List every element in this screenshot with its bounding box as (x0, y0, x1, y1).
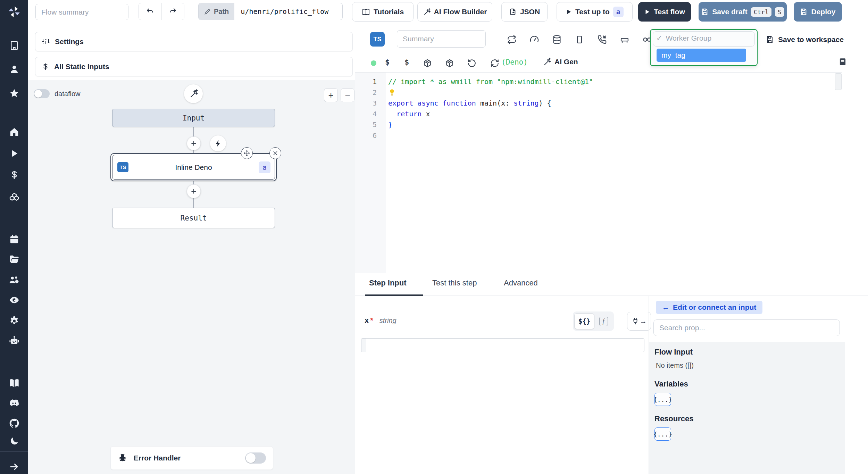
ai-gen-button[interactable]: AI Gen (543, 58, 578, 66)
ai-gen-label: AI Gen (554, 58, 578, 66)
delete-step-button[interactable] (269, 147, 281, 159)
worker-group-option-header[interactable]: ✓ Worker Group (656, 34, 711, 42)
save-to-workspace-button[interactable]: Save to workspace (766, 35, 844, 44)
all-static-inputs-card[interactable]: All Static Inputs (35, 57, 353, 76)
test-flow-label: Test flow (654, 8, 685, 16)
expand-sidebar-arrow-icon[interactable] (8, 461, 20, 473)
expression-mode-button[interactable]: f (596, 313, 611, 329)
error-handler-toggle[interactable] (245, 452, 266, 464)
edit-or-connect-pill[interactable]: ← Edit or connect an input (656, 301, 762, 314)
zoom-in-button[interactable]: + (324, 88, 338, 102)
folders-icon[interactable] (8, 253, 20, 265)
lightbulb-icon[interactable] (388, 89, 396, 96)
code-line[interactable]: 4 return x (355, 108, 834, 119)
undo-button[interactable] (139, 3, 162, 20)
library-book-icon[interactable] (837, 56, 848, 67)
package-box-icon[interactable] (444, 58, 455, 69)
code-line[interactable]: 2 (355, 87, 834, 98)
worker-group-option-selected[interactable]: my_tag (657, 49, 746, 62)
windmill-logo-icon[interactable] (7, 4, 22, 19)
dark-mode-moon-icon[interactable] (8, 435, 20, 447)
user-icon[interactable] (8, 63, 20, 75)
star-icon[interactable] (8, 88, 20, 99)
code-line[interactable]: 5} (355, 119, 834, 130)
graph-wand-button[interactable] (184, 84, 203, 103)
mock-square-icon[interactable] (574, 34, 585, 45)
reload-refresh-icon[interactable] (489, 58, 500, 69)
deploy-button[interactable]: Deploy (794, 2, 842, 22)
code-line[interactable]: 1// import * as wmill from "npm:windmill… (355, 76, 834, 87)
tab-test-this-step[interactable]: Test this step (432, 278, 477, 288)
runs-play-icon[interactable] (8, 148, 20, 159)
dataflow-toggle[interactable] (34, 89, 50, 98)
github-icon[interactable] (8, 417, 20, 429)
arg-required-mark: * (370, 316, 373, 325)
connect-input-button[interactable]: → (627, 312, 651, 331)
settings-gear-icon[interactable] (8, 314, 20, 326)
home-icon[interactable] (8, 126, 20, 138)
package-box-icon[interactable] (422, 58, 433, 69)
variables-braces-button[interactable]: {...} (654, 393, 671, 406)
flow-summary-input[interactable] (35, 4, 128, 20)
move-step-button[interactable] (241, 147, 253, 159)
code-editor[interactable]: 1// import * as wmill from "npm:windmill… (355, 72, 834, 273)
early-stop-phone-icon[interactable] (596, 34, 608, 45)
test-up-to-button[interactable]: Test up to a (557, 2, 633, 22)
templated-string-mode-button[interactable]: ${} (574, 313, 594, 329)
variables-dollar-icon[interactable] (8, 169, 20, 181)
reset-rotate-ccw-icon[interactable] (466, 58, 477, 69)
play-icon (566, 9, 572, 15)
deploy-label: Deploy (811, 8, 835, 16)
flow-node-result[interactable]: Result (112, 208, 275, 228)
flow-node-inline-deno[interactable]: TS Inline Deno a (110, 153, 277, 181)
arrow-left-icon: ← (662, 303, 669, 311)
code-line[interactable]: 6 (355, 130, 834, 141)
zoom-out-button[interactable]: − (341, 88, 354, 102)
insert-step-button[interactable] (187, 136, 201, 150)
ai-flow-builder-button[interactable]: AI Flow Builder (417, 2, 492, 22)
timeout-gauge-icon[interactable] (529, 34, 540, 45)
path-label: Path (214, 8, 229, 16)
path-selector[interactable]: Path u/henri/prolific_flow (198, 3, 343, 20)
workers-robot-icon[interactable] (8, 335, 20, 347)
flow-settings-card[interactable]: Settings (35, 32, 353, 51)
groups-users-gear-icon[interactable] (8, 274, 20, 286)
json-button[interactable]: JSON (501, 2, 548, 22)
code-lines: 1// import * as wmill from "npm:windmill… (355, 73, 834, 141)
step-summary-input[interactable] (397, 30, 486, 48)
schedules-calendar-icon[interactable] (8, 233, 20, 245)
insert-step-button[interactable] (187, 184, 201, 198)
variable-picker-dollar-icon[interactable]: $ (385, 58, 390, 66)
code-line[interactable]: 3export async function main(x: string) { (355, 98, 834, 108)
workspace-building-icon[interactable] (8, 40, 20, 51)
resources-boxes-icon[interactable] (8, 190, 20, 202)
cache-database-icon[interactable] (551, 34, 562, 45)
play-icon (644, 9, 650, 15)
error-handler-card[interactable]: Error Handler (110, 446, 273, 470)
redo-button[interactable] (162, 3, 184, 20)
edit-or-connect-label: Edit or connect an input (673, 303, 756, 311)
tab-step-input[interactable]: Step Input (369, 278, 407, 288)
discord-icon[interactable] (8, 397, 20, 409)
file-export-icon (509, 8, 517, 16)
retries-repeat-icon[interactable] (506, 34, 517, 45)
resource-picker-dollar-icon[interactable]: $ (404, 58, 409, 66)
test-flow-button[interactable]: Test flow (638, 2, 691, 22)
docs-book-icon[interactable] (8, 377, 20, 389)
flow-input-title: Flow Input (654, 348, 693, 357)
flow-graph: dataflow + − Input TS Inline Deno a (28, 81, 355, 474)
editor-scrollbar[interactable] (834, 72, 842, 273)
flow-node-input[interactable]: Input (112, 109, 275, 127)
suspend-bench-icon[interactable] (619, 34, 630, 45)
left-sidebar (0, 0, 28, 474)
save-draft-button[interactable]: Save draft Ctrl S (699, 2, 787, 22)
tutorials-button[interactable]: Tutorials (352, 2, 414, 22)
step-panel-tabs: Step Input Test this step Advanced (355, 273, 868, 296)
audit-eye-icon[interactable] (8, 294, 20, 306)
book-open-icon (362, 8, 370, 16)
trigger-bolt-button[interactable] (210, 135, 226, 151)
search-prop-input[interactable] (653, 319, 840, 336)
tab-advanced[interactable]: Advanced (504, 278, 538, 288)
arg-value-input[interactable] (361, 338, 644, 352)
resources-braces-button[interactable]: {...} (654, 427, 671, 441)
